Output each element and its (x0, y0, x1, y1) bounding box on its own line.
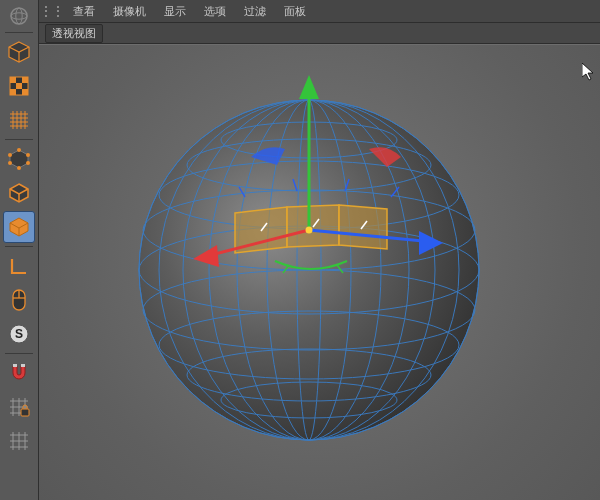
viewport-3d[interactable] (39, 44, 600, 500)
main-column: ⋮⋮ 查看 摄像机 显示 选项 过滤 面板 透视视图 (39, 0, 600, 500)
svg-point-0 (11, 8, 27, 24)
svg-point-23 (17, 166, 21, 170)
grid-b-icon[interactable] (3, 425, 35, 457)
svg-rect-9 (10, 89, 16, 95)
menu-options[interactable]: 选项 (200, 2, 230, 21)
grid-icon[interactable] (3, 104, 35, 136)
s-circle-icon[interactable]: S (3, 318, 35, 350)
svg-point-24 (8, 161, 12, 165)
mouse-icon[interactable] (3, 284, 35, 316)
svg-rect-8 (16, 83, 22, 89)
svg-point-82 (306, 227, 313, 234)
toolbar-separator (5, 139, 33, 140)
menu-display[interactable]: 显示 (160, 2, 190, 21)
svg-point-25 (8, 153, 12, 157)
svg-rect-36 (21, 364, 25, 367)
svg-point-20 (17, 148, 21, 152)
svg-marker-77 (299, 75, 319, 99)
svg-rect-10 (22, 89, 28, 95)
grip-icon[interactable]: ⋮⋮ (45, 4, 59, 18)
left-toolbar: S (0, 0, 39, 500)
point-mode-icon[interactable] (3, 143, 35, 175)
poly-mode-icon[interactable] (3, 211, 35, 243)
svg-rect-43 (21, 409, 29, 416)
axis-icon[interactable] (3, 250, 35, 282)
grid-lock-icon[interactable] (3, 391, 35, 423)
svg-point-22 (26, 161, 30, 165)
menu-camera[interactable]: 摄像机 (109, 2, 150, 21)
svg-marker-19 (10, 150, 28, 168)
svg-rect-7 (22, 77, 28, 83)
app-root: S (0, 0, 600, 500)
cube-icon[interactable] (3, 36, 35, 68)
scene-svg (39, 45, 599, 500)
view-label[interactable]: 透视视图 (45, 24, 103, 43)
globe-icon[interactable] (3, 3, 35, 29)
edge-mode-icon[interactable] (3, 177, 35, 209)
svg-point-1 (11, 13, 27, 19)
svg-rect-35 (13, 364, 17, 367)
checker-icon[interactable] (3, 70, 35, 102)
magnet-icon[interactable] (3, 357, 35, 389)
svg-text:S: S (15, 327, 23, 341)
viewport-menubar: ⋮⋮ 查看 摄像机 显示 选项 过滤 面板 (39, 0, 600, 23)
menu-filter[interactable]: 过滤 (240, 2, 270, 21)
toolbar-separator (5, 246, 33, 247)
menu-view[interactable]: 查看 (69, 2, 99, 21)
menu-panel[interactable]: 面板 (280, 2, 310, 21)
toolbar-separator (5, 353, 33, 354)
svg-point-21 (26, 153, 30, 157)
svg-rect-6 (10, 77, 16, 83)
svg-point-2 (16, 8, 22, 24)
viewport-subbar: 透视视图 (39, 23, 600, 44)
toolbar-separator (5, 32, 33, 33)
